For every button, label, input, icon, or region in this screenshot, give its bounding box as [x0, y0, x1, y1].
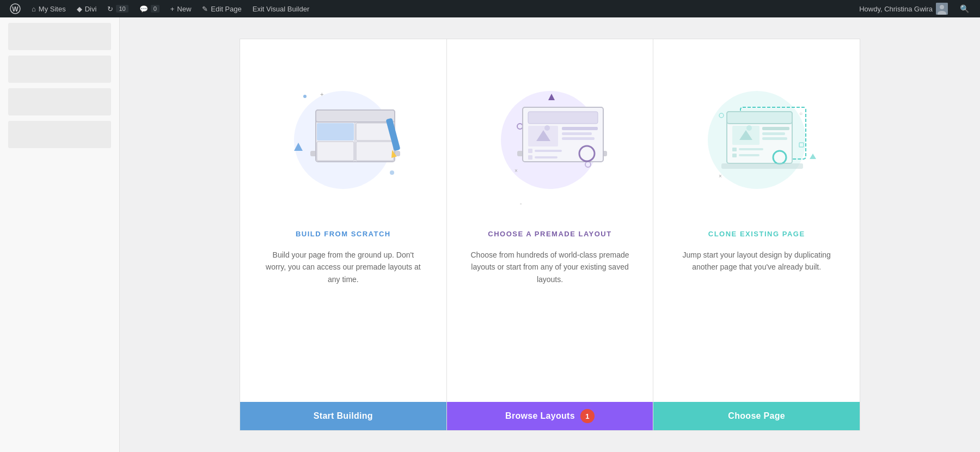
comments-count: 0 — [151, 5, 160, 13]
svg-text:×: × — [514, 168, 518, 174]
my-sites-icon: ⌂ — [32, 5, 36, 13]
svg-rect-41 — [528, 155, 532, 160]
exit-builder-label: Exit Visual Builder — [253, 5, 310, 13]
svg-point-56 — [746, 125, 752, 131]
browse-layouts-button[interactable]: Browse Layouts 1 — [447, 402, 653, 430]
premade-illustration: × ◇ - — [447, 39, 653, 224]
adminbar-right: Howdy, Christina Gwira 🔍 — [855, 3, 975, 15]
updates-menu[interactable]: ↻ 10 — [103, 0, 132, 17]
avatar-image — [936, 3, 948, 15]
svg-rect-57 — [762, 127, 789, 130]
search-icon: 🔍 — [960, 4, 969, 13]
main-content: + ◇ — [0, 17, 980, 452]
svg-point-6 — [303, 95, 307, 98]
clone-page-card: × ● ○ — [653, 39, 860, 431]
choose-page-button[interactable]: Choose Page — [653, 402, 860, 430]
premade-svg: × ◇ - — [468, 64, 632, 216]
svg-rect-61 — [739, 148, 763, 150]
svg-point-3 — [940, 5, 944, 9]
svg-rect-62 — [732, 154, 737, 157]
edit-page-link[interactable]: ✎ Edit Page — [198, 0, 246, 17]
wp-logo-button[interactable]: W — [5, 0, 25, 17]
svg-marker-47 — [810, 154, 816, 159]
build-from-scratch-card: + ◇ — [240, 39, 446, 431]
clone-card-footer: Choose Page — [653, 402, 860, 430]
sidebar — [0, 17, 120, 452]
wp-logo-icon: W — [10, 3, 21, 14]
divi-icon: ◆ — [77, 5, 82, 13]
search-button[interactable]: 🔍 — [954, 4, 975, 13]
my-sites-label: My Sites — [39, 5, 66, 13]
svg-rect-40 — [535, 150, 562, 152]
divi-label: Divi — [85, 5, 97, 13]
comments-icon: 💬 — [139, 5, 148, 13]
build-card-description: Build your page from the ground up. Don'… — [262, 249, 425, 285]
build-card-footer: Start Building — [240, 402, 446, 430]
svg-text:×: × — [719, 173, 722, 179]
edit-icon: ✎ — [202, 5, 208, 13]
svg-rect-17 — [317, 123, 354, 141]
premade-card-title: CHOOSE A PREMADE LAYOUT — [488, 230, 611, 238]
svg-rect-65 — [721, 163, 803, 169]
sidebar-row — [8, 56, 111, 83]
svg-rect-63 — [739, 154, 759, 156]
user-avatar — [936, 3, 948, 15]
updates-icon: ↻ — [107, 5, 113, 13]
admin-bar: W ⌂ My Sites ◆ Divi ↻ 10 💬 0 + New ✎ — [0, 0, 980, 17]
svg-text:○: ○ — [799, 111, 803, 117]
premade-card-footer: Browse Layouts 1 — [447, 402, 653, 430]
svg-rect-39 — [528, 149, 532, 153]
svg-point-7 — [390, 170, 394, 175]
cards-container: + ◇ — [240, 39, 860, 431]
new-icon: + — [170, 5, 175, 13]
svg-text:W: W — [12, 5, 19, 13]
clone-svg: × ● ○ — [675, 64, 838, 216]
build-svg: + ◇ — [261, 64, 425, 216]
svg-rect-42 — [535, 156, 558, 158]
updates-count: 10 — [116, 5, 128, 13]
divi-menu[interactable]: ◆ Divi — [72, 0, 101, 17]
clone-illustration: × ● ○ — [653, 39, 860, 224]
new-menu[interactable]: + New — [166, 0, 196, 17]
svg-rect-60 — [732, 148, 737, 151]
start-building-button[interactable]: Start Building — [240, 402, 446, 430]
svg-rect-14 — [316, 110, 395, 122]
sidebar-row — [8, 121, 111, 148]
user-info: Howdy, Christina Gwira — [855, 3, 952, 15]
svg-rect-32 — [528, 112, 598, 124]
sidebar-row — [8, 88, 111, 115]
svg-rect-53 — [727, 112, 792, 124]
comments-menu[interactable]: 💬 0 — [135, 0, 164, 17]
sidebar-row — [8, 23, 111, 50]
browse-layouts-label: Browse Layouts — [505, 411, 575, 421]
build-card-title: BUILD FROM SCRATCH — [296, 230, 391, 238]
clone-card-body: CLONE EXISTING PAGE Jump start your layo… — [653, 224, 860, 402]
user-greeting: Howdy, Christina Gwira — [859, 5, 933, 13]
layouts-badge: 1 — [580, 409, 595, 423]
svg-rect-59 — [762, 137, 787, 140]
adminbar-left: W ⌂ My Sites ◆ Divi ↻ 10 💬 0 + New ✎ — [5, 0, 855, 17]
svg-point-35 — [544, 125, 550, 131]
my-sites-menu[interactable]: ⌂ My Sites — [27, 0, 70, 17]
svg-text:-: - — [520, 200, 522, 206]
premade-layout-card: × ◇ - — [446, 39, 654, 431]
new-label: New — [177, 5, 191, 13]
svg-text:+: + — [320, 91, 323, 97]
premade-card-description: Choose from hundreds of world-class prem… — [469, 249, 632, 285]
edit-page-label: Edit Page — [211, 5, 241, 13]
premade-card-body: CHOOSE A PREMADE LAYOUT Choose from hund… — [447, 224, 653, 402]
svg-rect-38 — [562, 137, 595, 140]
svg-rect-37 — [562, 132, 592, 135]
build-illustration: + ◇ — [240, 39, 446, 224]
exit-builder-link[interactable]: Exit Visual Builder — [248, 0, 314, 17]
clone-card-description: Jump start your layout design by duplica… — [675, 249, 838, 273]
svg-rect-58 — [762, 132, 785, 135]
build-card-body: BUILD FROM SCRATCH Build your page from … — [240, 224, 446, 402]
clone-card-title: CLONE EXISTING PAGE — [708, 230, 805, 238]
svg-rect-36 — [562, 127, 598, 130]
